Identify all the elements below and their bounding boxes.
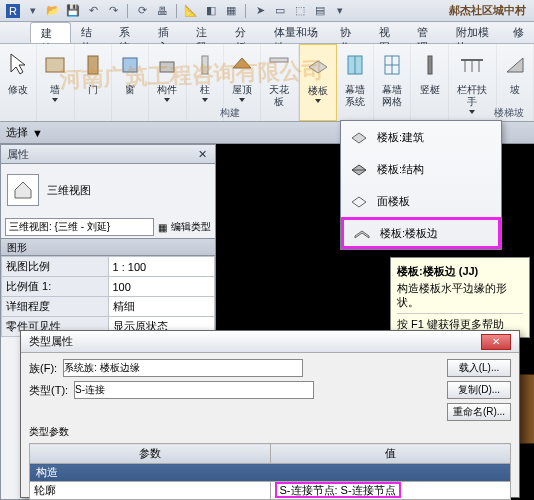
tab-collab[interactable]: 协作: [330, 22, 369, 43]
ribbon-panel: 修改 墙 门 窗 构件 柱 屋顶 天花板 楼板 幕墙 系统 幕墙 网格 竖梃 栏…: [0, 44, 534, 122]
col-param: 参数: [30, 444, 271, 464]
tooltip-title: 楼板:楼板边 (JJ): [397, 264, 523, 278]
menu-item-floor-face[interactable]: 面楼板: [341, 185, 501, 217]
tooltip: 楼板:楼板边 (JJ) 构造楼板水平边缘的形状。 按 F1 键获得更多帮助: [390, 257, 530, 338]
tab-analyze[interactable]: 分析: [225, 22, 264, 43]
cursor-icon: [3, 48, 33, 82]
tab-view[interactable]: 视图: [369, 22, 408, 43]
app-icon[interactable]: R: [4, 2, 22, 20]
properties-header: 属性 ✕: [0, 144, 216, 164]
component-button[interactable]: 构件: [149, 44, 186, 121]
floor-icon: [303, 49, 333, 83]
svg-rect-6: [202, 56, 208, 74]
window-button[interactable]: 窗: [112, 44, 149, 121]
mullion-icon: [415, 48, 445, 82]
properties-table: 视图比例1 : 100 比例值 1:100 详细程度精细 零件可见性显示原状态: [1, 256, 215, 337]
column-button[interactable]: 柱: [187, 44, 224, 121]
print-icon[interactable]: 🖶: [153, 2, 171, 20]
sync-icon[interactable]: ⟳: [133, 2, 151, 20]
table-row: 详细程度精细: [2, 297, 215, 317]
quick-access-toolbar: R ▾ 📂 💾 ↶ ↷ ⟳ 🖶 📐 ◧ ▦ ➤ ▭ ⬚ ▤ ▾ 郝杰社区城中村: [0, 0, 534, 22]
type-preview: 三维视图: [1, 164, 215, 216]
col-value: 值: [270, 444, 511, 464]
type-params-table: 参数值 构造 轮廓S-连接节点: S-连接节点 材质和装饰 材质GZ-混凝土 标…: [29, 443, 511, 500]
wall-icon: [40, 48, 70, 82]
section-icon[interactable]: ▦: [222, 2, 240, 20]
mullion-button[interactable]: 竖梃: [411, 44, 448, 121]
svg-rect-3: [88, 56, 98, 74]
slab-struct-icon: [349, 159, 369, 179]
rename-button[interactable]: 重命名(R)...: [447, 403, 511, 421]
cube-icon[interactable]: ◧: [202, 2, 220, 20]
type-label: 类型(T):: [29, 383, 68, 398]
duplicate-button[interactable]: 复制(D)...: [447, 381, 511, 399]
svg-rect-4: [123, 58, 137, 72]
floor-button[interactable]: 楼板: [299, 44, 337, 121]
railing-icon: [457, 48, 487, 82]
open-icon[interactable]: 📂: [44, 2, 62, 20]
measure-icon[interactable]: 📐: [182, 2, 200, 20]
select-dropdown-icon[interactable]: ▼: [32, 127, 43, 139]
qat-dropdown-icon[interactable]: ▾: [24, 2, 42, 20]
dialog-close-icon[interactable]: ✕: [481, 334, 511, 350]
column-icon: [190, 48, 220, 82]
select-label: 选择: [6, 125, 28, 140]
svg-rect-13: [428, 56, 432, 74]
menu-item-floor-struct[interactable]: 楼板:结构: [341, 153, 501, 185]
undo-icon[interactable]: ↶: [84, 2, 102, 20]
tab-systems[interactable]: 系统: [109, 22, 148, 43]
menu-item-floor-arch[interactable]: 楼板:建筑: [341, 121, 501, 153]
dot-icon[interactable]: ⬚: [291, 2, 309, 20]
tab-annotate[interactable]: 注释: [186, 22, 225, 43]
table-row: 比例值 1:100: [2, 277, 215, 297]
page-icon[interactable]: ▤: [311, 2, 329, 20]
svg-rect-7: [270, 58, 288, 62]
wall-button[interactable]: 墙: [37, 44, 74, 121]
table-row: 轮廓S-连接节点: S-连接节点: [30, 482, 511, 500]
house-icon: [7, 174, 39, 206]
roof-icon: [227, 48, 257, 82]
svg-text:R: R: [9, 5, 17, 17]
railing-button[interactable]: 栏杆扶手: [449, 44, 497, 121]
slab-edge-icon: [352, 223, 372, 243]
redo-icon[interactable]: ↷: [104, 2, 122, 20]
type-select[interactable]: [74, 381, 314, 399]
edit-type-button[interactable]: 编辑类型: [171, 220, 211, 234]
floor-dropdown-menu: 楼板:建筑 楼板:结构 面楼板 楼板:楼板边: [340, 120, 502, 250]
ribbon-tabs: 建筑 结构 系统 插入 注释 分析 体量和场地 协作 视图 管理 附加模块 修: [0, 22, 534, 44]
menu-item-floor-edge[interactable]: 楼板:楼板边: [341, 217, 501, 249]
view-selector[interactable]: [5, 218, 154, 236]
properties-title: 属性: [7, 147, 29, 162]
svg-rect-2: [46, 58, 64, 72]
type-params-label: 类型参数: [29, 425, 511, 439]
panel-build-label: 构建: [220, 106, 240, 120]
box-icon[interactable]: ▭: [271, 2, 289, 20]
family-label: 族(F):: [29, 361, 57, 376]
family-select[interactable]: [63, 359, 303, 377]
door-button[interactable]: 门: [75, 44, 112, 121]
save-icon[interactable]: 💾: [64, 2, 82, 20]
help-icon[interactable]: ▾: [331, 2, 349, 20]
slab-arch-icon: [349, 127, 369, 147]
tab-massing[interactable]: 体量和场地: [264, 22, 330, 43]
tab-addins[interactable]: 附加模块: [446, 22, 503, 43]
tab-insert[interactable]: 插入: [148, 22, 187, 43]
tab-manage[interactable]: 管理: [407, 22, 446, 43]
dialog-titlebar[interactable]: 类型属性 ✕: [21, 331, 519, 353]
arrow-icon[interactable]: ➤: [251, 2, 269, 20]
tab-extra[interactable]: 修: [503, 22, 534, 43]
tab-architecture[interactable]: 建筑: [30, 22, 71, 43]
curtain-system-button[interactable]: 幕墙 系统: [337, 44, 374, 121]
ramp-icon: [500, 48, 530, 82]
table-row: 视图比例1 : 100: [2, 257, 215, 277]
tooltip-body: 构造楼板水平边缘的形状。: [397, 281, 523, 309]
modify-button[interactable]: 修改: [0, 44, 37, 121]
load-button[interactable]: 载入(L)...: [447, 359, 511, 377]
window-icon: [115, 48, 145, 82]
tab-structure[interactable]: 结构: [71, 22, 110, 43]
edit-type-icon: ▦: [158, 222, 167, 233]
ceiling-button[interactable]: 天花板: [261, 44, 298, 121]
close-icon[interactable]: ✕: [195, 147, 209, 161]
curtain-grid-button[interactable]: 幕墙 网格: [374, 44, 411, 121]
type-properties-dialog: 类型属性 ✕ 族(F): 载入(L)... 类型(T): 复制(D)... 重命…: [20, 330, 520, 498]
